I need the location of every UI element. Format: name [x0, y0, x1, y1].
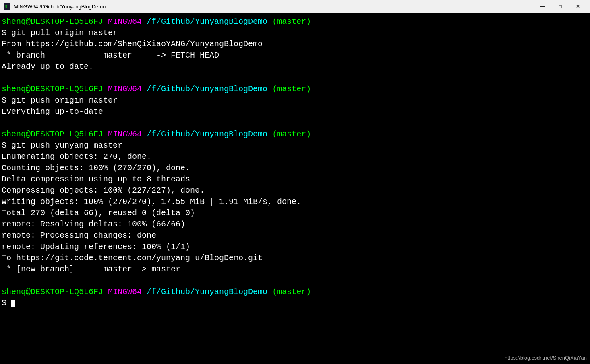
prompt-path: /f/Github/YunyangBlogDemo [142, 130, 267, 139]
output-line: * [new branch] master -> master [2, 264, 588, 275]
prompt-branch: (master) [267, 17, 311, 26]
prompt-path: /f/Github/YunyangBlogDemo [142, 84, 267, 94]
output-line: To https://git.code.tencent.com/yunyang_… [2, 253, 588, 264]
output-line: remote: Resolving deltas: 100% (66/66) [2, 219, 588, 230]
window-controls: — □ ✕ [534, 0, 586, 13]
prompt-line: shenq@DESKTOP-LQ5L6FJ MINGW64 /f/Github/… [2, 286, 588, 298]
output-line: Everything up-to-date [2, 106, 588, 117]
prompt-branch: (master) [267, 130, 311, 139]
command-line: $ git push yunyang master [2, 140, 588, 151]
output-line: * branch master -> FETCH_HEAD [2, 50, 588, 61]
output-line: Delta compression using up to 8 threads [2, 174, 588, 185]
empty-line [2, 275, 588, 286]
prompt-branch: (master) [267, 84, 311, 94]
terminal: shenq@DESKTOP-LQ5L6FJ MINGW64 /f/Github/… [0, 13, 590, 364]
output-line: Enumerating objects: 270, done. [2, 151, 588, 162]
watermark: https://blog.csdn.net/ShenQiXiaYan [505, 355, 587, 361]
close-button[interactable]: ✕ [570, 0, 586, 13]
output-line: Compressing objects: 100% (227/227), don… [2, 185, 588, 196]
output-line: remote: Processing changes: done [2, 230, 588, 241]
maximize-button[interactable]: □ [552, 0, 568, 13]
prompt-user: shenq@DESKTOP-LQ5L6FJ [2, 287, 103, 296]
output-line: Writing objects: 100% (270/270), 17.55 M… [2, 196, 588, 208]
output-line: Counting objects: 100% (270/270), done. [2, 162, 588, 174]
output-line: remote: Updating references: 100% (1/1) [2, 241, 588, 253]
prompt-user: shenq@DESKTOP-LQ5L6FJ [2, 17, 103, 26]
command-line: $ git pull origin master [2, 27, 588, 39]
prompt-user: shenq@DESKTOP-LQ5L6FJ [2, 84, 103, 94]
output-line: From https://github.com/ShenQiXiaoYANG/Y… [2, 39, 588, 50]
output-line: Already up to date. [2, 61, 588, 72]
title-bar: $ MINGW64:/f/Github/YunyangBlogDemo — □ … [0, 0, 590, 13]
terminal-content: shenq@DESKTOP-LQ5L6FJ MINGW64 /f/Github/… [2, 16, 588, 309]
prompt-path: /f/Github/YunyangBlogDemo [142, 17, 267, 26]
prompt-line: shenq@DESKTOP-LQ5L6FJ MINGW64 /f/Github/… [2, 129, 588, 140]
minimize-button[interactable]: — [534, 0, 551, 13]
prompt-line: shenq@DESKTOP-LQ5L6FJ MINGW64 /f/Github/… [2, 84, 588, 95]
prompt-branch: (master) [267, 287, 311, 296]
terminal-icon: $ [4, 3, 10, 10]
title-bar-left: $ MINGW64:/f/Github/YunyangBlogDemo [4, 3, 106, 10]
prompt-mingw: MINGW64 [103, 84, 142, 94]
prompt-mingw: MINGW64 [103, 287, 142, 296]
window-title: MINGW64:/f/Github/YunyangBlogDemo [14, 4, 106, 10]
command-line: $ [2, 298, 588, 309]
output-line: Total 270 (delta 66), reused 0 (delta 0) [2, 208, 588, 219]
command-line: $ git push origin master [2, 95, 588, 106]
prompt-path: /f/Github/YunyangBlogDemo [142, 287, 267, 296]
prompt-mingw: MINGW64 [103, 130, 142, 139]
svg-text:$: $ [5, 4, 7, 9]
empty-line [2, 117, 588, 129]
prompt-user: shenq@DESKTOP-LQ5L6FJ [2, 130, 103, 139]
empty-line [2, 72, 588, 84]
cursor [11, 300, 15, 307]
prompt-mingw: MINGW64 [103, 17, 142, 26]
prompt-line: shenq@DESKTOP-LQ5L6FJ MINGW64 /f/Github/… [2, 16, 588, 27]
